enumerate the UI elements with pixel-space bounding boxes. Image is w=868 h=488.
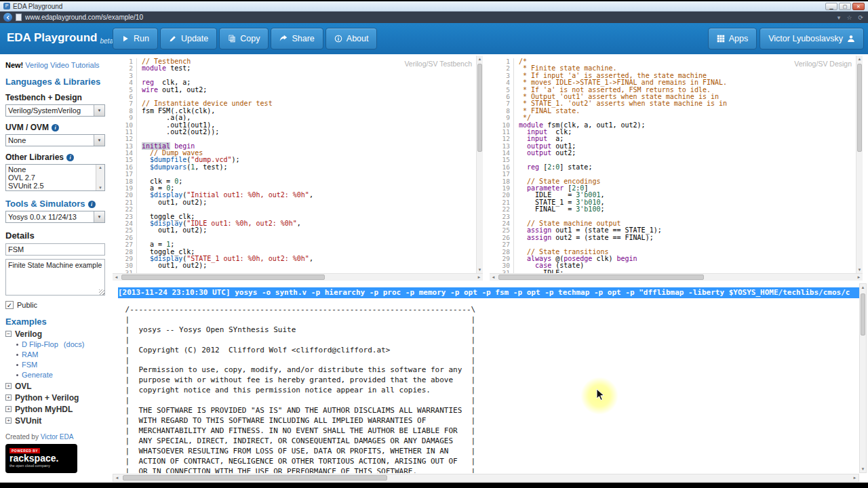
resize-grip-icon[interactable] (99, 289, 104, 295)
expand-icon[interactable]: + (5, 383, 12, 389)
copy-button[interactable]: Copy (219, 28, 269, 49)
video-tutorials-link[interactable]: Verilog Video Tutorials (25, 61, 99, 69)
collapse-icon[interactable]: − (5, 331, 12, 337)
victor-eda-link[interactable]: Victor EDA (41, 433, 74, 441)
console-command-line[interactable]: [2013-11-24 23:10:30 UTC] yosys -o synth… (118, 287, 860, 298)
scrollbar-thumb[interactable] (123, 475, 387, 481)
example-group-python-myhdl[interactable]: +Python MyHDL (5, 405, 105, 413)
scroll-up-icon[interactable]: ▲ (860, 285, 866, 289)
description-textarea[interactable]: Finite State Machine example (5, 259, 105, 296)
scrollbar-thumb[interactable] (477, 64, 482, 152)
code-line[interactable]: reg [2:0] state; (519, 164, 854, 171)
public-checkbox[interactable]: ✓ (5, 301, 14, 309)
scroll-right-icon[interactable]: ► (851, 474, 859, 481)
scroll-right-icon[interactable]: ► (475, 274, 483, 281)
code-line[interactable] (142, 235, 475, 241)
console-vertical-scrollbar[interactable]: ▲ ▼ (859, 283, 867, 473)
run-button[interactable]: Run (113, 28, 158, 49)
app-logo[interactable]: EDA Playgroundbeta (7, 31, 113, 45)
example-group-python-verilog[interactable]: +Python + Verilog (5, 393, 105, 402)
scroll-up-icon[interactable]: ▲ (856, 57, 863, 61)
example-link-fsm[interactable]: FSM (16, 361, 105, 369)
testbench-editor[interactable]: 1234567891011121314151617181920212223242… (113, 56, 483, 281)
example-link-d-flip-flop[interactable]: D Flip-Flop (docs) (16, 340, 105, 348)
code-line[interactable]: clk = 0; (142, 178, 475, 185)
listbox-scrollbar[interactable]: ▲▼ (96, 165, 104, 190)
scrollbar-thumb[interactable] (121, 274, 325, 280)
info-icon[interactable]: i (88, 201, 96, 208)
scroll-right-icon[interactable]: ► (855, 274, 863, 281)
window-maximize-button[interactable]: ▢ (839, 3, 851, 10)
update-button[interactable]: Update (160, 28, 217, 49)
library-option-none[interactable]: None (6, 165, 96, 174)
apps-button[interactable]: Apps (708, 28, 757, 49)
scroll-up-icon[interactable]: ▲ (98, 165, 102, 169)
uvm-ovm-select[interactable]: None ▼ (5, 134, 105, 146)
example-link-generate[interactable]: Generate (16, 371, 105, 379)
scrollbar-thumb[interactable] (498, 274, 704, 280)
code-line[interactable] (142, 171, 475, 178)
scroll-left-icon[interactable]: ◄ (113, 274, 120, 281)
example-group-svunit[interactable]: +SVUnit (5, 416, 105, 425)
docs-link[interactable]: (docs) (62, 340, 85, 348)
scroll-down-icon[interactable]: ▼ (98, 186, 102, 190)
code-line[interactable]: out1, out2); (142, 227, 475, 234)
other-libraries-listbox[interactable]: NoneOVL 2.7SVUnit 2.5 ▲▼ (5, 164, 105, 191)
design-name-input[interactable] (5, 243, 105, 256)
scrollbar-thumb[interactable] (861, 293, 865, 336)
code-line[interactable]: $dumpvars(1, test); (142, 164, 475, 171)
console-horizontal-scrollbar[interactable]: ◄ ► (113, 474, 859, 482)
info-icon[interactable]: i (52, 124, 59, 131)
code-line[interactable]: * FINAL state. (519, 108, 854, 115)
example-link-ram[interactable]: RAM (16, 350, 105, 359)
window-minimize-button[interactable]: ▁ (825, 3, 837, 10)
console-output[interactable]: /---------------------------------------… (121, 305, 854, 473)
horizontal-scrollbar[interactable]: ◄ ► (113, 273, 483, 281)
code-token (519, 226, 527, 234)
vertical-scrollbar[interactable]: ▲ ▼ (476, 56, 483, 273)
scroll-down-icon[interactable]: ▼ (856, 268, 863, 272)
testbench-code[interactable]: // Testbenchmodule test;reg clk, a;wire … (142, 58, 475, 275)
library-option-svunit-2-5[interactable]: SVUnit 2.5 (6, 182, 96, 190)
expand-icon[interactable]: + (5, 406, 12, 412)
code-line[interactable]: out1, out2); (142, 199, 475, 206)
example-group-verilog[interactable]: −Verilog (5, 329, 105, 338)
code-line[interactable]: out1, out2); (142, 262, 475, 269)
code-line[interactable]: assign out2 = (state == FINAL); (519, 235, 854, 241)
design-code[interactable]: /* * Finite state machine. * If input 'a… (519, 58, 854, 275)
code-line[interactable]: input clk; (519, 129, 854, 136)
scroll-left-icon[interactable]: ◄ (490, 274, 497, 281)
code-line[interactable] (142, 73, 475, 79)
url-dropdown-icon[interactable]: ▾ (836, 14, 842, 21)
info-icon[interactable]: i (66, 154, 74, 161)
user-button[interactable]: Victor Lyuboslavsky (760, 28, 864, 49)
code-line[interactable]: .out2(out2)); (142, 129, 475, 136)
window-close-button[interactable]: ✕ (852, 3, 865, 10)
scroll-up-icon[interactable]: ▲ (477, 57, 483, 61)
scroll-down-icon[interactable]: ▼ (860, 467, 866, 471)
vertical-scrollbar[interactable]: ▲ ▼ (856, 56, 863, 273)
design-editor[interactable]: 1234567891011121314151617181920212223242… (490, 56, 863, 281)
back-button[interactable] (3, 13, 12, 22)
rackspace-logo[interactable]: POWERED BY rackspace. the open cloud com… (5, 444, 77, 473)
share-button[interactable]: Share (271, 28, 323, 49)
code-line[interactable]: output out2; (519, 150, 854, 157)
example-group-ovl[interactable]: +OVL (5, 382, 105, 390)
testbench-language-select[interactable]: Verilog/SystemVerilog ▼ (5, 104, 105, 117)
code-line[interactable]: case (state) (519, 262, 854, 269)
about-button[interactable]: About (326, 28, 378, 49)
url-text[interactable]: www.edaplayground.com/s/example/10 (25, 14, 833, 21)
horizontal-scrollbar[interactable]: ◄ ► (490, 273, 863, 281)
simulator-select[interactable]: Yosys 0.0.x 11/24/13 ▼ (5, 211, 105, 223)
refresh-icon[interactable]: ⟳ (856, 14, 865, 21)
expand-icon[interactable]: + (5, 418, 12, 424)
library-option-ovl-2-7[interactable]: OVL 2.7 (6, 174, 96, 182)
code-line[interactable]: fsm FSM(.clk(clk), (142, 108, 475, 115)
scroll-down-icon[interactable]: ▼ (477, 268, 483, 272)
expand-icon[interactable]: + (5, 394, 12, 401)
scroll-left-icon[interactable]: ◄ (113, 474, 121, 481)
code-line[interactable]: FINAL = 3'b100; (519, 206, 854, 213)
scrollbar-thumb[interactable] (857, 64, 862, 152)
bookmark-star-icon[interactable]: ☆ (845, 14, 853, 21)
code-line[interactable]: wire out1, out2; (142, 87, 475, 94)
